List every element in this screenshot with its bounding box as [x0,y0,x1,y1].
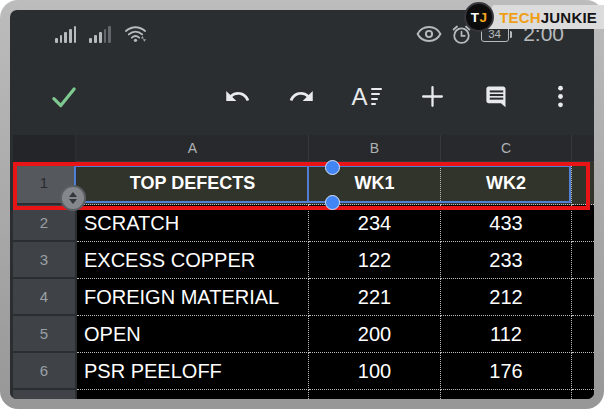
toolbar-actions: A [223,81,594,113]
comment-button[interactable] [482,81,510,113]
cell-c3[interactable]: 233 [441,242,572,279]
add-button[interactable] [418,81,446,113]
cell-b3[interactable]: 122 [309,242,441,279]
row-header-6[interactable]: 6 [13,353,75,390]
row-resize-handle[interactable] [60,185,86,211]
cell-a6[interactable]: PSR PEELOFF [77,353,309,390]
techjunkie-logo: TJ TECHJUNKIE [464,2,604,32]
wifi-icon [124,24,147,43]
red-annotation-box [13,162,590,210]
column-header-a[interactable]: A [77,135,309,162]
undo-icon [224,83,251,110]
logo-letter-t: T [471,10,480,25]
device-frame: 34 2:00 [0,0,604,409]
table-row-5: 5 OPEN 200 112 [13,316,594,353]
cell-b-partial [309,390,441,399]
selection-handle-bottom[interactable] [325,195,340,210]
cellular-signal-icon-2 [89,26,110,43]
cellular-signal-icon-1 [55,26,76,43]
cell-b4[interactable]: 221 [309,279,441,316]
row-header-partial [13,390,75,399]
select-all-corner[interactable] [13,135,75,162]
table-row-2: 2 SCRATCH 234 433 [13,205,594,242]
status-bar-left [10,25,147,43]
app-screen: 34 2:00 [10,10,594,399]
cell-b5[interactable]: 200 [309,316,441,353]
column-header-d-partial[interactable] [572,135,594,162]
spreadsheet-grid: A B C 1 TOP DEFECTS WK1 WK2 2 SCRATCH 23… [10,135,594,399]
logo-text-junkie: JUNKIE [541,9,597,26]
cell-b6[interactable]: 100 [309,353,441,390]
table-row-4: 4 FOREIGN MATERIAL 221 212 [13,279,594,316]
row-header-3[interactable]: 3 [13,242,75,279]
column-header-b[interactable]: B [309,135,441,162]
cell-d6[interactable] [572,353,594,390]
cell-d5[interactable] [572,316,594,353]
cell-a2[interactable]: SCRATCH [77,205,309,242]
row-header-5[interactable]: 5 [13,316,75,353]
cell-d3[interactable] [572,242,594,279]
arrow-down-icon [69,199,77,204]
column-header-row: A B C [13,135,594,162]
overflow-menu-button[interactable] [546,81,574,113]
cell-a4[interactable]: FOREIGN MATERIAL [77,279,309,316]
cell-d4[interactable] [572,279,594,316]
format-button[interactable]: A [351,81,382,113]
cell-b2[interactable]: 234 [309,205,441,242]
cell-a5[interactable]: OPEN [77,316,309,353]
cell-d-partial [572,390,594,399]
cell-d2[interactable] [572,205,594,242]
table-row-partial [13,390,594,399]
logo-text-tech: TECH [499,9,541,26]
redo-button[interactable] [287,81,315,113]
format-lines-icon [371,88,382,105]
cell-c2[interactable]: 433 [441,205,572,242]
cell-c6[interactable]: 176 [441,353,572,390]
row-header-4[interactable]: 4 [13,279,75,316]
sheets-toolbar: A [10,58,594,135]
column-header-c[interactable]: C [441,135,572,162]
redo-icon [288,83,315,110]
arrow-up-icon [69,192,77,197]
table-row-6: 6 PSR PEELOFF 100 176 [13,353,594,390]
logo-letter-j: J [480,10,488,25]
cell-a3[interactable]: EXCESS COPPER [77,242,309,279]
kebab-menu-icon [548,83,573,110]
comment-icon [483,83,510,110]
cell-c5[interactable]: 112 [441,316,572,353]
techjunkie-logo-banner: TECHJUNKIE [481,5,604,29]
row-header-2[interactable]: 2 [13,205,75,242]
confirm-button[interactable] [48,81,80,113]
checkmark-icon [48,81,80,113]
selection-handle-top[interactable] [325,160,340,175]
cell-c4[interactable]: 212 [441,279,572,316]
table-row-3: 3 EXCESS COPPER 122 233 [13,242,594,279]
cell-c-partial [441,390,572,399]
eye-comfort-icon [416,25,442,43]
undo-button[interactable] [223,81,251,113]
format-letter: A [351,85,367,109]
plus-icon [419,83,446,110]
techjunkie-logo-circle: TJ [464,2,494,32]
cell-a-partial [77,390,309,399]
